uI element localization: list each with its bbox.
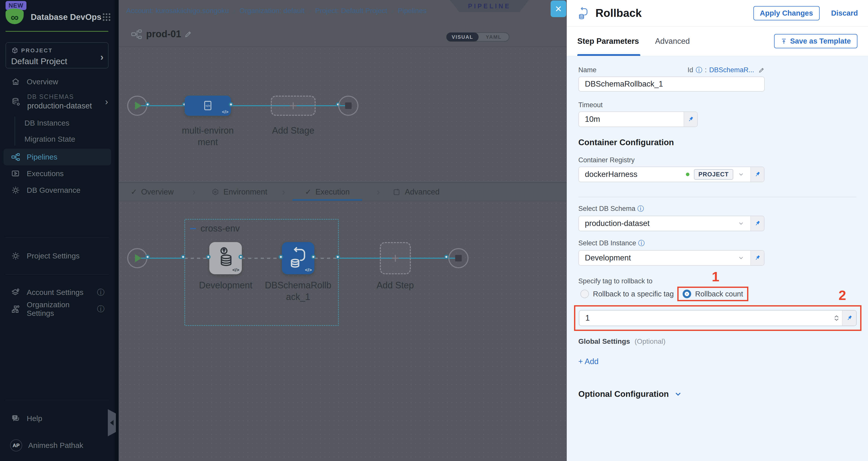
sidebar-item-executions[interactable]: Executions: [0, 165, 115, 182]
database-devops-logo-icon: ∞: [5, 8, 24, 26]
module-grid-icon[interactable]: [101, 12, 112, 22]
breadcrumb-organization[interactable]: Organization: default: [240, 7, 305, 15]
sidebar-item-organization-settings[interactable]: Organization Settings ⓘ: [0, 301, 115, 317]
optional-configuration-toggle[interactable]: Optional Configuration: [578, 389, 857, 399]
add-stage-label[interactable]: Add Stage: [271, 125, 316, 136]
info-icon: ⓘ: [637, 205, 644, 212]
stepper-down-icon: [834, 318, 839, 321]
add-step-label[interactable]: Add Step: [375, 279, 415, 291]
collapse-group-icon[interactable]: [190, 228, 196, 229]
db-instance-select[interactable]: Development: [578, 250, 765, 266]
step-node-dbschemarollback[interactable]: </>: [282, 242, 314, 274]
save-as-template-button[interactable]: Save as Template: [774, 34, 858, 48]
timeout-input-group: 10m: [578, 111, 698, 127]
sidebar-item-overview[interactable]: Overview: [0, 73, 115, 90]
discard-button[interactable]: Discard: [831, 9, 858, 18]
connector-port: [181, 255, 185, 259]
info-icon: ⓘ: [97, 304, 104, 314]
breadcrumb-pipelines[interactable]: Pipelines: [398, 7, 427, 15]
pin-input-type-icon[interactable]: [750, 216, 764, 231]
breadcrumb-separator: ›: [309, 6, 311, 15]
id-separator: :: [705, 66, 707, 74]
radio-rollback-count[interactable]: [683, 290, 691, 298]
add-stage-button[interactable]: +: [271, 96, 316, 116]
edit-id-icon[interactable]: [758, 67, 765, 73]
user-name: Animesh Pathak: [28, 441, 83, 450]
db-schema-select[interactable]: production-dataset: [578, 216, 765, 231]
breadcrumb-account[interactable]: Account: kurosakiichigo.songoku: [126, 7, 229, 15]
connector-port: [336, 255, 340, 259]
radio-rollback-specific-tag[interactable]: [580, 290, 589, 298]
edit-pipeline-icon[interactable]: [184, 30, 192, 38]
sidebar-item-db-instances[interactable]: DB Instances: [25, 115, 115, 131]
environment-icon: [211, 188, 219, 196]
visual-yaml-toggle[interactable]: VISUAL YAML: [446, 32, 509, 41]
sidebar-item-db-schemas[interactable]: DB SCHEMAS production-dataset ›: [0, 93, 115, 110]
close-icon: [555, 5, 562, 12]
add-step-button[interactable]: +: [380, 242, 411, 274]
timeout-input[interactable]: 10m: [579, 112, 684, 127]
executions-icon: [11, 169, 20, 178]
pin-input-type-icon[interactable]: [750, 251, 764, 265]
sidebar-item-label: Overview: [27, 77, 58, 86]
app-title: Database DevOps: [31, 12, 101, 22]
sidebar-item-label: Organization Settings: [27, 300, 90, 318]
add-global-setting-link[interactable]: + Add: [578, 357, 598, 366]
step-node-development[interactable]: </>: [209, 242, 242, 274]
sidebar-item-db-governance[interactable]: DB Governance: [0, 182, 115, 199]
stage-flow-canvas: </> </> + multi-environment Add Stage: [119, 47, 567, 183]
tab-panel-advanced[interactable]: Advanced: [655, 37, 690, 46]
breadcrumb-project[interactable]: Project: Default Project: [315, 7, 387, 15]
sidebar-item-label: Executions: [27, 169, 64, 178]
toggle-yaml[interactable]: YAML: [478, 33, 509, 41]
connector-port: [444, 255, 448, 259]
step-label-development[interactable]: Development: [197, 279, 255, 291]
global-settings-optional: (Optional): [634, 337, 665, 345]
panel-tabs: Step Parameters Advanced Save as Templat…: [567, 26, 868, 56]
pin-input-type-icon[interactable]: [684, 112, 697, 127]
sidebar-collapse-handle[interactable]: [108, 409, 116, 436]
panel-title: Rollback: [595, 7, 642, 20]
container-registry-value: dockerHarness: [585, 170, 681, 179]
stage-node-multi-environment[interactable]: </> </>: [185, 96, 231, 116]
pin-input-type-icon[interactable]: [750, 167, 764, 182]
step-config-panel: Rollback Apply Changes Discard Step Para…: [567, 0, 868, 461]
connector-port: [206, 255, 211, 259]
active-tab-underline: [577, 54, 640, 56]
tab-step-parameters[interactable]: Step Parameters: [577, 37, 639, 46]
project-selector[interactable]: PROJECT Default Project ›: [5, 42, 108, 68]
toggle-visual[interactable]: VISUAL: [446, 32, 478, 41]
project-selector-label: PROJECT: [21, 47, 53, 54]
tab-environment[interactable]: Environment: [211, 183, 267, 201]
rollback-count-input[interactable]: 1: [579, 310, 831, 326]
stage-node-label[interactable]: multi-environment: [180, 125, 236, 148]
check-icon: ✓: [131, 188, 137, 196]
tab-advanced[interactable]: Advanced: [393, 183, 439, 201]
gear-icon: [11, 252, 20, 260]
name-input[interactable]: DBSchemaRollback_1: [578, 76, 765, 92]
container-registry-select[interactable]: dockerHarness PROJECT: [578, 167, 765, 182]
sidebar-item-migration-state[interactable]: Migration State: [25, 131, 115, 147]
tab-overview[interactable]: ✓Overview: [131, 183, 174, 201]
radio-label-rollback-count[interactable]: Rollback count: [695, 290, 743, 298]
step-group-name[interactable]: cross-env: [200, 223, 240, 234]
user-profile[interactable]: AP Animesh Pathak: [0, 433, 115, 458]
close-studio-button[interactable]: [551, 0, 566, 17]
panel-header: Rollback Apply Changes Discard: [567, 0, 868, 26]
sidebar-item-help[interactable]: ? Help: [0, 410, 115, 427]
apply-changes-button[interactable]: Apply Changes: [753, 6, 819, 21]
global-settings-label: Global Settings: [578, 337, 630, 345]
advanced-icon: [393, 188, 401, 196]
sidebar-item-label: Pipelines: [27, 153, 57, 161]
sidebar-item-project-settings[interactable]: Project Settings: [0, 248, 115, 264]
sidebar-item-account-settings[interactable]: Account Settings ⓘ: [0, 284, 115, 301]
pipeline-start-node: [127, 96, 147, 116]
tab-execution[interactable]: ✓Execution: [305, 183, 350, 201]
radio-label-specific-tag[interactable]: Rollback to a specific tag: [593, 290, 674, 298]
number-stepper[interactable]: [831, 310, 842, 326]
sidebar-item-pipelines[interactable]: Pipelines: [3, 149, 111, 165]
pin-input-type-icon[interactable]: [842, 310, 856, 326]
step-label-dbschemarollback[interactable]: DBSchemaRollback_1: [265, 279, 332, 303]
stage-config-tabbar: ✓Overview › Environment › ✓Execution › A…: [119, 183, 567, 201]
breadcrumb-separator: ›: [233, 6, 236, 15]
